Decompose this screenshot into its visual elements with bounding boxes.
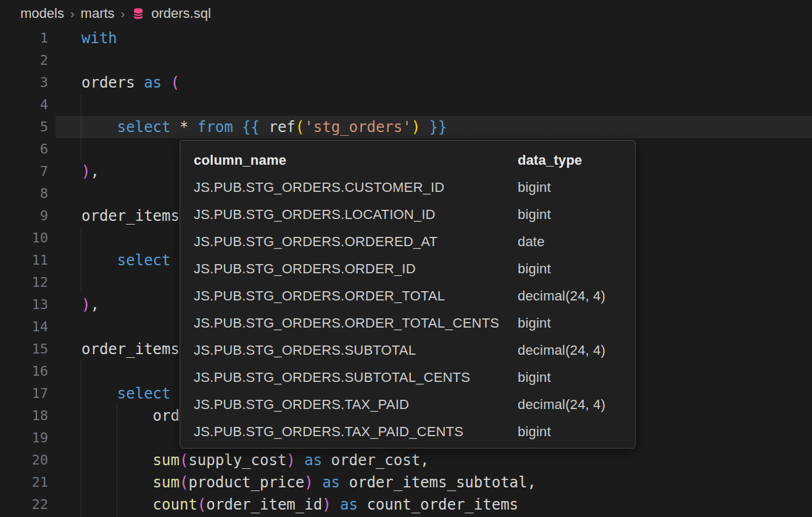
table-row: JS.PUB.STG_ORDERS.SUBTOTAL_CENTSbigint: [180, 364, 635, 391]
line-number: 22: [0, 494, 48, 516]
chevron-right-icon: ›: [120, 7, 126, 21]
cell-column-name: JS.PUB.STG_ORDERS.LOCATION_ID: [194, 207, 518, 223]
breadcrumb-item-models[interactable]: models: [20, 6, 64, 22]
indent-guide: [81, 360, 81, 517]
table-row: JS.PUB.STG_ORDERS.ORDERED_ATdate: [180, 228, 635, 255]
line-number: 9: [0, 205, 48, 227]
line-number: 18: [0, 405, 48, 427]
popup-table-body: JS.PUB.STG_ORDERS.CUSTOMER_IDbigintJS.PU…: [180, 174, 635, 445]
code-text: select: [81, 249, 171, 271]
table-row: JS.PUB.STG_ORDERS.LOCATION_IDbigint: [180, 201, 635, 228]
line-number: 8: [0, 183, 48, 205]
table-row: JS.PUB.STG_ORDERS.TAX_PAID_CENTSbigint: [180, 418, 635, 445]
table-row: JS.PUB.STG_ORDERS.ORDER_TOTALdecimal(24,…: [180, 283, 635, 310]
code-text: sum(product_price) as order_items_subtot…: [81, 471, 536, 494]
line-number: 14: [0, 316, 48, 338]
breadcrumb-item-file[interactable]: orders.sql: [151, 6, 211, 22]
code-line[interactable]: 20 sum(supply_cost) as order_cost,: [0, 449, 812, 471]
line-number: 20: [0, 449, 48, 471]
line-number: 4: [0, 94, 48, 116]
code-text: orders as (: [81, 72, 180, 94]
code-text: count(order_item_id) as count_order_item…: [81, 494, 518, 516]
table-row: JS.PUB.STG_ORDERS.TAX_PAIDdecimal(24, 4): [180, 391, 635, 418]
breadcrumb: models › marts › orders.sql: [0, 0, 812, 27]
indent-guide: [81, 94, 81, 160]
line-number: 17: [0, 383, 48, 405]
line-number: 15: [0, 338, 48, 360]
table-row: JS.PUB.STG_ORDERS.ORDER_IDbigint: [180, 255, 635, 283]
indent-guide: [117, 405, 117, 517]
cell-data-type: bigint: [518, 261, 635, 277]
code-line[interactable]: 21 sum(product_price) as order_items_sub…: [0, 471, 812, 494]
cell-column-name: JS.PUB.STG_ORDERS.ORDER_TOTAL: [194, 288, 518, 304]
line-number: 11: [0, 249, 48, 271]
popup-header-column-name: column_name: [194, 152, 518, 168]
cell-column-name: JS.PUB.STG_ORDERS.CUSTOMER_ID: [194, 180, 518, 196]
cell-data-type: date: [518, 234, 635, 250]
line-number: 6: [0, 138, 48, 160]
code-text: ord: [81, 405, 180, 427]
cell-column-name: JS.PUB.STG_ORDERS.SUBTOTAL: [194, 342, 518, 358]
popup-header: column_name data_type: [180, 147, 635, 174]
popup-header-data-type: data_type: [518, 152, 635, 168]
cell-data-type: decimal(24, 4): [518, 342, 635, 358]
code-text: order_items: [81, 205, 180, 227]
table-row: JS.PUB.STG_ORDERS.CUSTOMER_IDbigint: [180, 174, 635, 201]
line-number: 5: [0, 116, 48, 138]
cell-column-name: JS.PUB.STG_ORDERS.ORDER_TOTAL_CENTS: [194, 315, 518, 331]
line-number: 16: [0, 360, 48, 383]
line-number: 7: [0, 160, 48, 183]
editor[interactable]: 1with23orders as (45 select * from {{ re…: [0, 27, 812, 517]
code-line[interactable]: 22 count(order_item_id) as count_order_i…: [0, 494, 812, 516]
code-text: ),: [81, 160, 99, 183]
cell-data-type: bigint: [518, 424, 635, 440]
code-text: select: [81, 383, 171, 405]
line-number: 2: [0, 49, 48, 72]
cell-column-name: JS.PUB.STG_ORDERS.SUBTOTAL_CENTS: [194, 370, 518, 386]
chevron-right-icon: ›: [70, 7, 75, 21]
cell-column-name: JS.PUB.STG_ORDERS.TAX_PAID_CENTS: [194, 424, 518, 440]
line-number: 10: [0, 227, 48, 249]
code-text: ),: [81, 294, 99, 316]
indent-guide: [81, 227, 81, 294]
line-number: 21: [0, 471, 48, 494]
code-text: order_items: [81, 338, 180, 360]
cell-data-type: decimal(24, 4): [518, 288, 635, 304]
database-icon: [132, 7, 144, 20]
cell-column-name: JS.PUB.STG_ORDERS.TAX_PAID: [194, 397, 518, 413]
table-row: JS.PUB.STG_ORDERS.ORDER_TOTAL_CENTSbigin…: [180, 310, 635, 337]
code-line[interactable]: 1with: [0, 27, 812, 49]
code-text: select * from {{ ref('stg_orders') }}: [81, 116, 447, 138]
cell-data-type: bigint: [518, 370, 635, 386]
cell-column-name: JS.PUB.STG_ORDERS.ORDERED_AT: [194, 234, 518, 250]
code-line[interactable]: 4: [0, 94, 812, 116]
code-line[interactable]: 2: [0, 49, 812, 72]
cell-column-name: JS.PUB.STG_ORDERS.ORDER_ID: [194, 261, 518, 277]
line-number: 13: [0, 294, 48, 316]
cell-data-type: bigint: [518, 315, 635, 331]
table-row: JS.PUB.STG_ORDERS.SUBTOTALdecimal(24, 4): [180, 337, 635, 364]
code-line[interactable]: 3orders as (: [0, 72, 812, 94]
column-info-popup: column_name data_type JS.PUB.STG_ORDERS.…: [180, 140, 636, 449]
code-text: with: [81, 27, 117, 49]
cell-data-type: decimal(24, 4): [518, 397, 635, 413]
cell-data-type: bigint: [518, 207, 635, 223]
code-line[interactable]: 5 select * from {{ ref('stg_orders') }}: [0, 116, 812, 138]
line-number: 1: [0, 27, 48, 49]
cell-data-type: bigint: [518, 180, 635, 196]
breadcrumb-item-marts[interactable]: marts: [81, 6, 115, 22]
line-number: 12: [0, 271, 48, 294]
line-number: 3: [0, 72, 48, 94]
code-text: sum(supply_cost) as order_cost,: [81, 449, 429, 471]
line-number: 19: [0, 427, 48, 449]
